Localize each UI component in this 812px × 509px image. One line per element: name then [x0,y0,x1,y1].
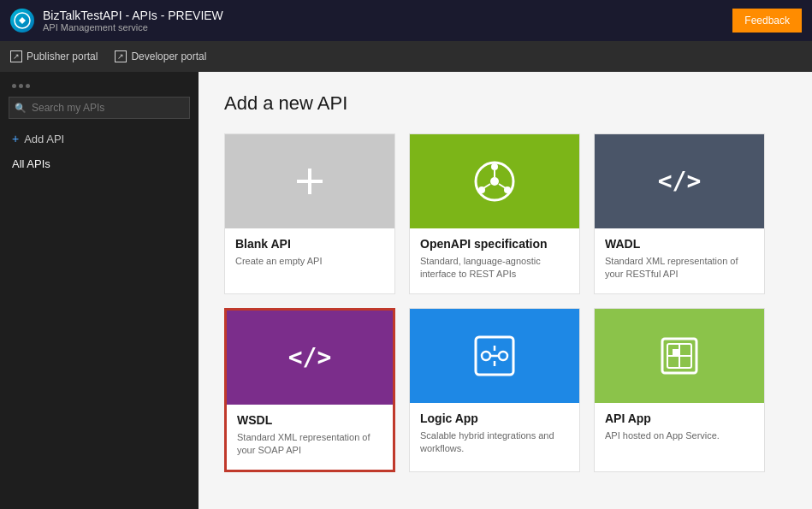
search-input[interactable] [9,97,190,119]
card-icon-wadl: </> [595,134,764,228]
card-name-openapi: OpenAPI specification [420,237,569,251]
dot-2 [19,84,23,88]
card-icon-wsdl: </> [227,311,393,405]
search-container: 🔍 [9,97,190,119]
sidebar-item-all-apis[interactable]: All APIs [0,151,199,176]
card-body-blank: Blank API Create an empty API [225,228,394,280]
card-body-logicapp: Logic App Scalable hybrid integrations a… [410,403,579,468]
card-name-wadl: WADL [605,237,754,251]
dot-1 [12,84,16,88]
developer-portal-link[interactable]: ↗ Developer portal [115,50,206,62]
publisher-portal-label: Publisher portal [27,50,98,62]
external-link-icon-2: ↗ [115,50,127,62]
card-name-blank: Blank API [235,237,384,251]
search-icon: 🔍 [15,103,27,114]
dot-3 [26,84,30,88]
card-icon-apiapp [595,309,764,403]
sidebar-add-api-label: Add API [24,133,64,145]
svg-point-12 [482,352,490,360]
card-body-wadl: WADL Standard XML representation of your… [595,228,764,293]
content-area: Add a new API Blank API Create an empty … [199,72,812,509]
card-icon-openapi [410,134,579,228]
svg-point-13 [499,352,507,360]
page-title: Add a new API [224,92,786,115]
card-api-app[interactable]: API App API hosted on App Service. [594,308,765,472]
card-wadl[interactable]: </> WADL Standard XML representation of … [594,133,765,294]
header-bar: BizTalkTestAPI - APIs - PREVIEW API Mana… [0,0,812,41]
card-desc-blank: Create an empty API [235,255,384,268]
wsdl-code-icon: </> [288,346,332,370]
card-wsdl[interactable]: </> WSDL Standard XML representation of … [224,308,395,472]
header-title: BizTalkTestAPI - APIs - PREVIEW [43,9,223,22]
card-desc-openapi: Standard, language-agnostic interface to… [420,255,569,281]
sidebar-dots [0,79,199,97]
add-icon: + [12,132,19,145]
card-icon-blank [225,134,394,228]
card-logic-app[interactable]: Logic App Scalable hybrid integrations a… [409,308,580,472]
wadl-code-icon: </> [658,169,702,193]
card-openapi[interactable]: OpenAPI specification Standard, language… [409,133,580,294]
card-body-wsdl: WSDL Standard XML representation of your… [227,405,393,470]
svg-rect-21 [673,349,679,355]
card-body-apiapp: API App API hosted on App Service. [595,403,764,454]
app-logo [10,9,34,33]
feedback-button[interactable]: Feedback [732,9,802,33]
card-desc-apiapp: API hosted on App Service. [605,429,754,442]
svg-point-4 [490,177,499,186]
external-link-icon: ↗ [10,50,22,62]
main-layout: 🔍 + Add API All APIs Add a new API [0,72,812,509]
publisher-portal-link[interactable]: ↗ Publisher portal [10,50,98,62]
svg-line-9 [499,184,506,188]
sidebar-all-apis-label: All APIs [12,157,50,170]
api-cards-grid: Blank API Create an empty API [224,133,786,472]
svg-point-5 [491,163,498,170]
card-icon-logicapp [410,309,579,403]
card-desc-wsdl: Standard XML representation of your SOAP… [237,431,382,458]
card-name-wsdl: WSDL [237,413,382,427]
sidebar-item-add-api[interactable]: + Add API [0,126,199,151]
card-name-logicapp: Logic App [420,411,569,425]
sidebar: 🔍 + Add API All APIs [0,72,199,509]
card-body-openapi: OpenAPI specification Standard, language… [410,228,579,293]
card-name-apiapp: API App [605,411,754,425]
svg-line-10 [483,184,490,188]
card-desc-logicapp: Scalable hybrid integrations and workflo… [420,429,569,456]
card-blank-api[interactable]: Blank API Create an empty API [224,133,395,294]
developer-portal-label: Developer portal [131,50,206,62]
header-subtitle: API Management service [43,22,223,33]
card-desc-wadl: Standard XML representation of your REST… [605,255,754,281]
subheader-nav: ↗ Publisher portal ↗ Developer portal [0,41,812,72]
